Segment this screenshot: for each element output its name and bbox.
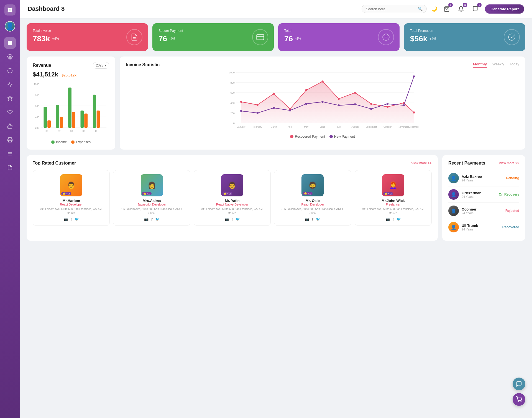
twitter-icon[interactable]: 🐦 [236,217,240,222]
socials-yatin: 📷 𝐟 🐦 [197,217,268,222]
sidebar-logo[interactable] [4,4,16,16]
tab-today[interactable]: Today [510,62,519,68]
stat-change-promo: +4% [429,37,436,41]
svg-rect-39 [60,117,63,128]
twitter-icon[interactable]: 🐦 [316,217,320,222]
svg-text:1000: 1000 [34,83,39,86]
svg-text:July: July [337,126,341,128]
customer-avatar-asima: 👩 ⭐ 4.2 [141,174,163,196]
svg-rect-0 [8,8,10,10]
twitter-icon[interactable]: 🐦 [155,217,160,222]
tab-monthly[interactable]: Monthly [473,62,487,68]
stat-label-promo: Total Promotion [410,29,519,33]
instagram-icon[interactable]: 📷 [63,217,68,222]
svg-point-88 [257,112,259,114]
main-content: Dashboard 8 🔍 🌙 2 12 5 Generate Report [20,0,532,418]
svg-rect-4 [8,41,10,43]
svg-text:December: December [409,126,419,128]
sidebar-item-info[interactable] [4,65,16,76]
svg-text:February: February [253,126,262,128]
sidebar-item-heart[interactable] [4,106,16,118]
sidebar-item-menu[interactable] [4,148,16,160]
sidebar-item-favorites[interactable] [4,93,16,104]
instagram-icon[interactable]: 📷 [144,217,149,222]
svg-rect-41 [68,88,71,128]
svg-point-82 [354,92,356,94]
socials-osib: 📷 𝐟 🐦 [277,217,348,222]
theme-toggle[interactable]: 🌙 [431,6,437,12]
payment-item-3: 👤 Uli Trumb 24 Years Recovered [448,219,519,235]
year-select[interactable]: 2023 ▾ [93,62,109,69]
svg-text:August: August [351,126,359,128]
stat-card-invoice: Total invoice 783k +4% [27,23,148,51]
svg-point-79 [305,89,307,91]
customer-item-4: 👩‍🦰 ⭐ 4.2 Mr.John Wick Freelancer 795 Fo… [355,170,432,226]
facebook-icon[interactable]: 𝐟 [71,217,72,222]
payments-view-more[interactable]: View more >> [499,161,519,165]
cart-icon-btn[interactable]: 2 [442,4,452,14]
cart-float-button[interactable] [513,393,525,406]
svg-text:April: April [288,126,292,128]
svg-point-80 [321,81,323,83]
stat-icon-promo [504,29,520,45]
facebook-icon[interactable]: 𝐟 [151,217,152,222]
legend-income: Income [51,140,67,144]
customer-item-3: 🧔 ⭐ 4.2 Mr. Osib React Developer 795 Fol… [274,170,351,226]
facebook-icon[interactable]: 𝐟 [312,217,313,222]
sidebar-item-analytics[interactable] [4,79,16,90]
search-box[interactable]: 🔍 [362,5,427,13]
revenue-chart-card: Revenue 2023 ▾ $41,512k $25,612k [27,57,115,150]
customer-item-1: 👩 ⭐ 4.2 Mrs.Asima Javascript Developer 7… [113,170,190,226]
generate-report-button[interactable]: Generate Report [485,4,524,14]
svg-text:June: June [320,126,325,128]
facebook-icon[interactable]: 𝐟 [393,217,394,222]
svg-text:October: October [383,126,392,128]
user-avatar[interactable]: 👤 [5,21,15,32]
sidebar-item-reports[interactable] [4,162,16,173]
facebook-icon[interactable]: 𝐟 [232,217,233,222]
search-input[interactable] [366,7,416,11]
svg-text:400: 400 [35,116,39,119]
payment-avatar-griezerman: 👤 [448,189,459,200]
stat-value-payment: 76 -4% [158,34,268,43]
stat-label-total: Total [284,29,393,33]
svg-rect-7 [10,43,12,45]
twitter-icon[interactable]: 🐦 [75,217,79,222]
stat-value-total: 76 -4% [284,34,393,43]
instagram-icon[interactable]: 📷 [305,217,309,222]
twitter-icon[interactable]: 🐦 [397,217,401,222]
svg-point-93 [338,104,340,106]
stat-card-total: Total 76 -4% [278,23,400,51]
svg-point-99 [518,401,518,402]
revenue-chart-title: Revenue [33,63,51,68]
customers-title: Top Rated Customer [33,161,76,166]
instagram-icon[interactable]: 📷 [224,217,229,222]
svg-text:600: 600 [231,91,235,94]
revenue-legend: Income Expenses [33,140,109,144]
payment-avatar-oconner: 👤 [448,206,459,216]
svg-text:March: March [271,126,277,128]
svg-point-91 [305,103,307,105]
support-float-button[interactable] [513,378,525,390]
svg-text:0: 0 [233,122,235,125]
payment-status-2: Rejected [505,209,519,213]
bell-icon-btn[interactable]: 12 [456,4,466,14]
svg-point-81 [338,98,340,100]
customer-avatar-hariom: 👨 ⭐ 4.2 [60,174,82,196]
svg-point-83 [370,103,372,105]
sidebar-item-print[interactable] [4,134,16,146]
svg-marker-74 [241,81,414,123]
sidebar-item-dashboard[interactable] [4,37,16,49]
sidebar-item-like[interactable] [4,120,16,132]
sidebar: 👤 [0,0,20,418]
customers-view-more[interactable]: View more >> [411,161,432,165]
sidebar-item-settings[interactable] [4,51,16,63]
payment-avatar-uli: 👤 [448,222,459,232]
chat-icon-btn[interactable]: 5 [470,4,480,14]
svg-text:1000: 1000 [229,71,234,74]
payments-card: Recent Payments View more >> 👤 Aziz Bakr… [442,155,525,241]
customers-card: Top Rated Customer View more >> 👨 ⭐ 4.2 … [27,155,438,241]
instagram-icon[interactable]: 📷 [385,217,390,222]
tab-weekly[interactable]: Weekly [492,62,504,68]
svg-text:10: 10 [95,130,98,132]
